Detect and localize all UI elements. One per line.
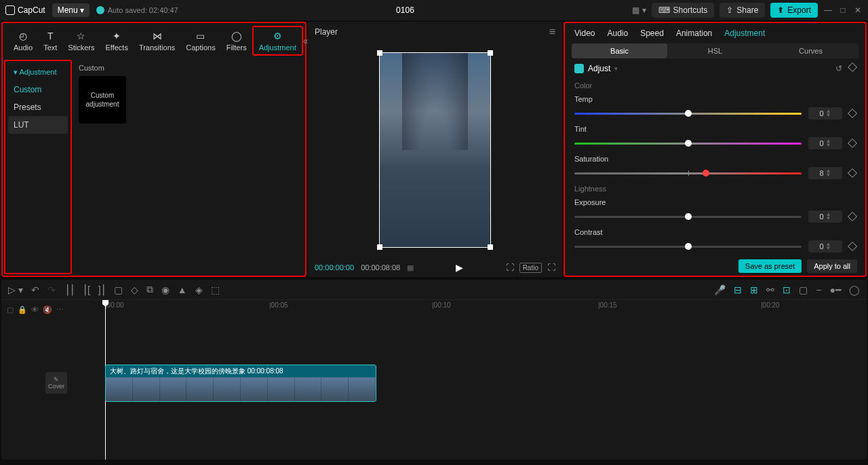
- layout-icon[interactable]: ▦ ▾: [632, 5, 646, 15]
- temp-keyframe[interactable]: [848, 109, 857, 118]
- resize-handle-bl[interactable]: [377, 244, 382, 250]
- tint-keyframe[interactable]: [848, 138, 857, 148]
- prop-tab-adjustment[interactable]: Adjustment: [724, 29, 765, 38]
- subtab-hsl[interactable]: HSL: [667, 43, 763, 58]
- reset-icon[interactable]: ↺: [835, 64, 842, 73]
- subtab-curves[interactable]: Curves: [763, 43, 859, 58]
- more-icon[interactable]: ⋯: [56, 305, 64, 314]
- temp-slider[interactable]: [574, 113, 802, 115]
- zoom-slider[interactable]: ●━: [830, 284, 841, 295]
- player-viewport[interactable]: [308, 42, 562, 258]
- mute-icon[interactable]: 🔇: [43, 305, 52, 314]
- project-title[interactable]: 0106: [396, 5, 414, 15]
- shield-icon[interactable]: ◇: [131, 284, 138, 295]
- timeline-main[interactable]: |00:00 |00:05 |00:10 |00:15 |00:20 大树、路灯…: [73, 300, 867, 460]
- contrast-thumb[interactable]: [685, 243, 692, 250]
- exposure-value[interactable]: 0▲▼: [808, 210, 842, 223]
- copy-icon[interactable]: ⧉: [146, 284, 153, 295]
- tab-captions[interactable]: ▭Captions: [180, 27, 220, 54]
- export-button[interactable]: ⬆ Export: [770, 3, 818, 18]
- cover-button[interactable]: ✎ Cover: [45, 372, 67, 394]
- custom-adjustment-thumb[interactable]: Custom adjustment: [79, 76, 126, 124]
- stepper-icon[interactable]: ▲▼: [826, 109, 831, 117]
- sidebar-item-presets[interactable]: Presets: [8, 98, 68, 116]
- play-button[interactable]: ▶: [456, 262, 463, 273]
- tint-value[interactable]: 0▲▼: [808, 137, 842, 149]
- resize-handle-tr[interactable]: [488, 50, 493, 56]
- apply-all-button[interactable]: Apply to all: [807, 259, 857, 273]
- trim-right-icon[interactable]: ]⎮: [98, 284, 106, 295]
- pointer-icon[interactable]: ▷ ▾: [8, 284, 23, 295]
- tab-stickers[interactable]: ☆Stickers: [62, 27, 100, 54]
- split-icon[interactable]: ⎮⎮: [65, 284, 75, 295]
- stepper-icon[interactable]: ▲▼: [826, 139, 831, 147]
- adjust-checkbox[interactable]: [574, 64, 584, 73]
- magnet-icon[interactable]: ⊟: [734, 284, 742, 295]
- prop-tab-speed[interactable]: Speed: [640, 29, 664, 38]
- tab-adjustment[interactable]: ⚙Adjustment: [252, 26, 303, 56]
- saturation-keyframe[interactable]: [848, 168, 857, 178]
- eye-icon[interactable]: 👁: [31, 305, 39, 314]
- redo-icon[interactable]: ↷: [47, 284, 56, 295]
- preview-icon[interactable]: ▢: [799, 284, 808, 295]
- player-menu-icon[interactable]: ≡: [549, 26, 555, 38]
- focus-icon[interactable]: ⛶: [506, 263, 514, 272]
- grid-icon[interactable]: ▦: [407, 263, 414, 272]
- tint-slider[interactable]: [574, 143, 802, 145]
- contrast-keyframe[interactable]: [848, 242, 857, 251]
- dropdown-icon[interactable]: ▾: [614, 65, 618, 72]
- video-frame[interactable]: [379, 52, 491, 248]
- delete-icon[interactable]: ▢: [114, 284, 123, 295]
- tab-text[interactable]: TText: [38, 27, 62, 54]
- temp-thumb[interactable]: [685, 110, 692, 117]
- tab-effects[interactable]: ✦Effects: [100, 27, 133, 54]
- keyframe-icon[interactable]: [848, 62, 857, 72]
- minimize-icon[interactable]: —: [823, 5, 833, 15]
- timeline-ruler[interactable]: |00:00 |00:05 |00:10 |00:15 |00:20: [73, 300, 867, 314]
- mirror-icon[interactable]: ▲: [178, 284, 187, 295]
- link-icon[interactable]: ⊞: [750, 284, 758, 295]
- tab-filters[interactable]: ◯Filters: [221, 27, 252, 54]
- video-clip[interactable]: 大树、路灯与宿舍，这是大学校园的傍晚景象 00:00:08:08: [105, 365, 376, 402]
- fit-icon[interactable]: ◯: [849, 284, 860, 295]
- close-icon[interactable]: ✕: [853, 5, 863, 15]
- undo-icon[interactable]: ↶: [31, 284, 39, 295]
- stepper-icon[interactable]: ▲▼: [826, 242, 831, 250]
- prop-tab-animation[interactable]: Animation: [676, 29, 712, 38]
- prop-tab-video[interactable]: Video: [574, 29, 595, 38]
- saturation-slider[interactable]: [574, 172, 802, 174]
- trim-left-icon[interactable]: ⎮[: [83, 284, 90, 295]
- shortcuts-button[interactable]: ⌨ Shortcuts: [652, 3, 715, 18]
- sidebar-item-lut[interactable]: LUT: [8, 116, 68, 134]
- subtab-basic[interactable]: Basic: [572, 43, 667, 58]
- prop-tab-audio[interactable]: Audio: [607, 29, 628, 38]
- temp-value[interactable]: 0▲▼: [808, 107, 842, 119]
- resize-handle-br[interactable]: [488, 244, 493, 250]
- menu-button[interactable]: Menu ▾: [52, 3, 90, 17]
- lock-icon[interactable]: 🔒: [18, 305, 27, 314]
- contrast-slider[interactable]: [574, 246, 802, 248]
- stepper-icon[interactable]: ▲▼: [826, 169, 831, 176]
- saturation-value[interactable]: 8▲▼: [808, 167, 842, 179]
- ratio-button[interactable]: Ratio: [519, 263, 542, 273]
- snap-icon[interactable]: ⊡: [783, 284, 791, 295]
- chain-icon[interactable]: ⚯: [766, 284, 774, 295]
- stepper-icon[interactable]: ▲▼: [826, 212, 831, 220]
- sidebar-item-custom[interactable]: Custom: [8, 81, 68, 98]
- save-preset-button[interactable]: Save as preset: [738, 259, 802, 273]
- crop-icon[interactable]: ⬚: [211, 284, 220, 295]
- exposure-thumb[interactable]: [685, 213, 692, 220]
- saturation-thumb[interactable]: [703, 170, 709, 176]
- maximize-icon[interactable]: □: [838, 5, 848, 15]
- fullscreen-icon[interactable]: ⛶: [547, 263, 555, 272]
- tint-thumb[interactable]: [685, 140, 692, 147]
- exposure-slider[interactable]: [574, 216, 802, 218]
- rotate-icon[interactable]: ◈: [195, 284, 203, 295]
- zoom-out-icon[interactable]: −: [816, 284, 821, 295]
- exposure-keyframe[interactable]: [848, 212, 857, 221]
- mic-icon[interactable]: 🎤: [714, 284, 726, 295]
- track-toggle-icon[interactable]: ▢: [7, 305, 14, 314]
- contrast-value[interactable]: 0▲▼: [808, 240, 842, 253]
- resize-handle-tl[interactable]: [377, 50, 382, 56]
- share-button[interactable]: ⇪ Share: [719, 3, 765, 18]
